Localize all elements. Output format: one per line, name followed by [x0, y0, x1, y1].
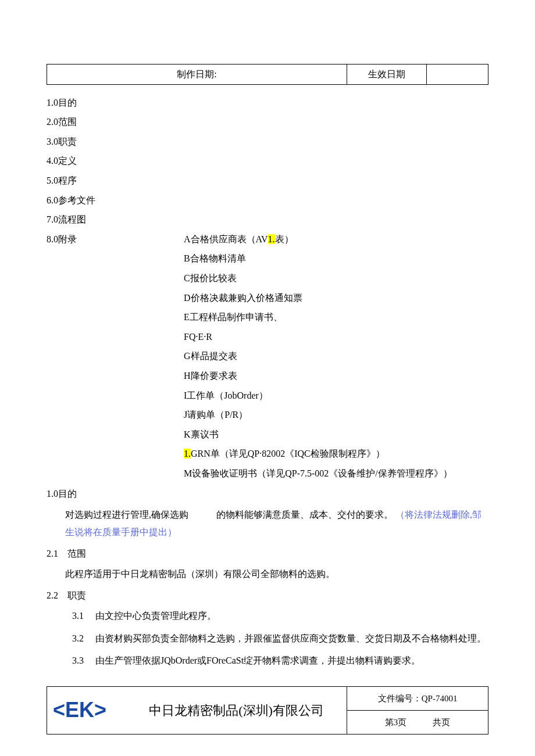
appendix-g: G样品提交表 [184, 349, 488, 364]
resp-item-1: 3.1 由文控中心负责管理此程序。 [72, 607, 488, 625]
appendix-h: H降价要求表 [184, 368, 488, 384]
highlight-1: 1. [268, 234, 275, 244]
footer-page-text: 第3页 共页 [353, 714, 482, 730]
heading-purpose: 1.0目的 [47, 486, 488, 501]
purpose-text: 对选购过程进行管理,确保选购 的物料能够满意质量、成本、交付的要求。 [65, 510, 393, 519]
scope-paragraph: 此程序适用于中日龙精密制品（深圳）有限公司全部物料的选购。 [65, 565, 488, 583]
toc-5: 5.0程序 [47, 173, 488, 188]
toc-4: 4.0定义 [47, 153, 488, 169]
footer-table: <EK> 中日龙精密制品(深圳)有限公司 文件编号：QP-74001 第3页 共… [47, 686, 488, 734]
resp-3-num: 3.3 [72, 652, 93, 669]
effective-date-label-cell: 生效日期 [347, 65, 427, 85]
appendix-l-text: GRN单（详见QP·82002《IQC检验限制程序》） [191, 449, 385, 458]
highlight-2: 1. [184, 449, 191, 458]
make-date-cell: 制作日期: [47, 65, 347, 85]
toc-6: 6.0参考文件 [47, 193, 488, 208]
header-table: 制作日期: 生效日期 [47, 64, 488, 85]
appendix-a: A合格供应商表（AV1.表） [184, 232, 294, 247]
resp-3-text: 由生产管理依据JQbOrder或FOreCaSt绽开物料需求调查，并提出物料请购… [95, 655, 420, 665]
appendix-j: J请购单（P/R） [184, 407, 488, 422]
appendix-i: I工作单（JobOrder） [184, 388, 488, 403]
resp-1-text: 由文控中心负责管理此程序。 [95, 611, 216, 621]
appendix-e: E工程样品制作申请书、 [184, 310, 488, 325]
resp-2-text: 由资材购买部负责全部物料之选购，并跟催监督供应商交货数量、交货日期及不合格物料处… [95, 633, 486, 643]
appendix-k: K禀议书 [184, 427, 488, 442]
appendix-f: FQ·E·R [184, 329, 488, 345]
heading-responsibility: 2.2 职责 [47, 588, 488, 603]
resp-item-3: 3.3 由生产管理依据JQbOrder或FOreCaSt绽开物料需求调查，并提出… [72, 652, 488, 669]
footer-docno-text: 文件编号：QP-74001 [353, 690, 482, 707]
appendix-d: D价格决裁兼购入价格通知票 [184, 291, 488, 306]
toc-8-label: 8.0附录 [47, 232, 184, 247]
toc-8: 8.0附录 A合格供应商表（AV1.表） [47, 232, 488, 247]
footer-logo: <EK> [47, 686, 127, 734]
effective-date-value-cell [426, 65, 488, 85]
appendix-a-post: 表） [275, 234, 294, 244]
purpose-paragraph: 对选购过程进行管理,确保选购 的物料能够满意质量、成本、交付的要求。 （将法律法… [65, 506, 488, 542]
appendix-l: 1.GRN单（详见QP·82002《IQC检验限制程序》） [184, 446, 488, 461]
appendix-m: M设备验收证明书（详见QP-7.5-002《设备维护/保养管理程序》） [184, 466, 488, 481]
toc-7: 7.0流程图 [47, 212, 488, 227]
heading-scope: 2.1 范围 [47, 546, 488, 561]
resp-2-num: 3.2 [72, 630, 93, 647]
toc-2: 2.0范围 [47, 114, 488, 130]
toc-1: 1.0目的 [47, 95, 488, 110]
appendix-a-pre: A合格供应商表（AV [184, 234, 268, 244]
footer-company: 中日龙精密制品(深圳)有限公司 [126, 686, 347, 734]
resp-item-2: 3.2 由资材购买部负责全部物料之选购，并跟催监督供应商交货数量、交货日期及不合… [72, 630, 488, 647]
footer-page: 第3页 共页 [347, 710, 488, 734]
footer-docno: 文件编号：QP-74001 [347, 686, 488, 710]
resp-1-num: 3.1 [72, 607, 93, 625]
appendix-c: C报价比较表 [184, 271, 488, 286]
toc-3: 3.0职责 [47, 134, 488, 149]
appendix-b: B合格物料清单 [184, 251, 488, 266]
